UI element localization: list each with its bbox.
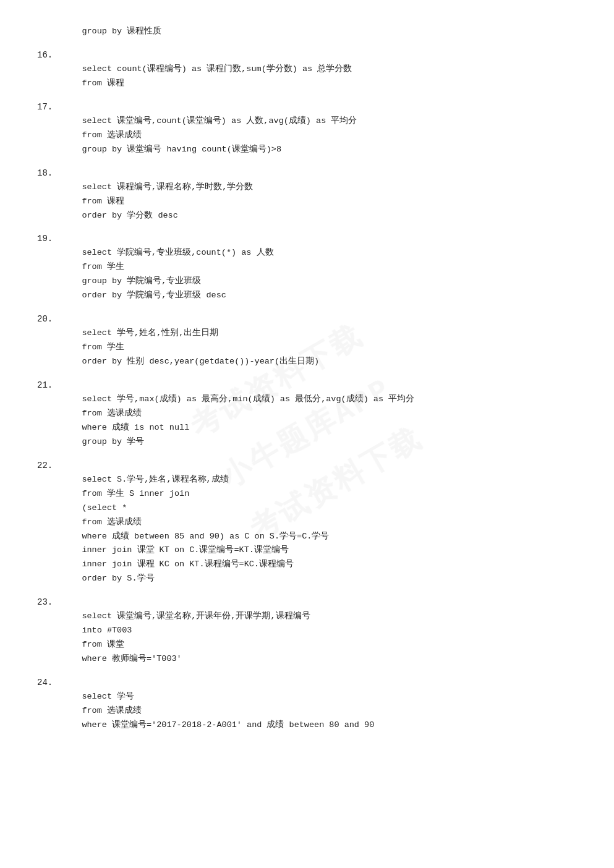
code-line: from 选课成绩	[62, 129, 577, 143]
code-line: order by 学分数 desc	[62, 209, 577, 223]
list-item: 23. select 课堂编号,课堂名称,开课年份,开课学期,课程编号 into…	[37, 597, 577, 666]
list-item: 24. select 学号 from 选课成绩 where 课堂编号='2017…	[37, 678, 577, 733]
item-number: 16.	[37, 50, 577, 60]
code-line: select 课堂编号,课堂名称,开课年份,开课学期,课程编号	[62, 610, 577, 624]
item-number: 20.	[37, 314, 577, 324]
code-line: from 学生	[62, 260, 577, 274]
code-line: order by 学院编号,专业班级 desc	[62, 289, 577, 303]
list-item: 17. select 课堂编号,count(课堂编号) as 人数,avg(成绩…	[37, 102, 577, 157]
code-line: where 成绩 between 85 and 90) as C on S.学号…	[62, 530, 577, 544]
code-line: inner join 课程 KC on KT.课程编号=KC.课程编号	[62, 558, 577, 572]
list-item: 20. select 学号,姓名,性别,出生日期 from 学生 order b…	[37, 314, 577, 369]
list-item: 18. select 课程编号,课程名称,学时数,学分数 from 课程 ord…	[37, 168, 577, 223]
code-line: group by 课程性质	[62, 25, 577, 39]
code-line: into #T003	[62, 624, 577, 638]
code-line: select 学号,max(成绩) as 最高分,min(成绩) as 最低分,…	[62, 393, 577, 407]
code-line: group by 课堂编号 having count(课堂编号)>8	[62, 143, 577, 157]
code-line: select 课堂编号,count(课堂编号) as 人数,avg(成绩) as…	[62, 114, 577, 129]
code-line: select 学院编号,专业班级,count(*) as 人数	[62, 246, 577, 260]
code-line: where 课堂编号='2017-2018-2-A001' and 成绩 bet…	[62, 718, 577, 733]
code-line: from 选课成绩	[62, 516, 577, 530]
code-block: select S.学号,姓名,课程名称,成绩 from 学生 S inner j…	[37, 473, 577, 587]
code-line: from 选课成绩	[62, 407, 577, 421]
main-content: group by 课程性质16. select count(课程编号) as 课…	[37, 25, 577, 733]
code-line: from 课程	[62, 77, 577, 91]
code-line: (select *	[62, 501, 577, 516]
code-line: select 学号	[62, 690, 577, 704]
list-item: 19. select 学院编号,专业班级,count(*) as 人数 from…	[37, 234, 577, 303]
code-line: select S.学号,姓名,课程名称,成绩	[62, 473, 577, 487]
code-block: select 学号,max(成绩) as 最高分,min(成绩) as 最低分,…	[37, 393, 577, 449]
code-line: select count(课程编号) as 课程门数,sum(学分数) as 总…	[62, 62, 577, 77]
item-number: 22.	[37, 461, 577, 470]
code-block: select 学号,姓名,性别,出生日期 from 学生 order by 性别…	[37, 326, 577, 369]
code-line: order by S.学号	[62, 572, 577, 586]
code-line: where 成绩 is not null	[62, 421, 577, 435]
code-line: group by 学院编号,专业班级	[62, 274, 577, 289]
item-number: 21.	[37, 380, 577, 390]
code-block: select 学号 from 选课成绩 where 课堂编号='2017-201…	[37, 690, 577, 733]
code-line: from 课堂	[62, 638, 577, 652]
list-item: 22. select S.学号,姓名,课程名称,成绩 from 学生 S inn…	[37, 461, 577, 587]
item-number: 24.	[37, 678, 577, 687]
list-item: 21. select 学号,max(成绩) as 最高分,min(成绩) as …	[37, 380, 577, 449]
code-block: select 学院编号,专业班级,count(*) as 人数 from 学生 …	[37, 246, 577, 303]
code-line: inner join 课堂 KT on C.课堂编号=KT.课堂编号	[62, 543, 577, 558]
code-line: where 教师编号='T003'	[62, 652, 577, 666]
item-number: 23.	[37, 597, 577, 607]
code-line: select 课程编号,课程名称,学时数,学分数	[62, 181, 577, 195]
code-line: group by 学号	[62, 435, 577, 449]
code-line: select 学号,姓名,性别,出生日期	[62, 326, 577, 341]
code-block: select 课程编号,课程名称,学时数,学分数 from 课程 order b…	[37, 181, 577, 223]
list-item: 16. select count(课程编号) as 课程门数,sum(学分数) …	[37, 50, 577, 91]
code-line: from 选课成绩	[62, 704, 577, 718]
code-block: group by 课程性质	[37, 25, 577, 39]
list-item: group by 课程性质	[37, 25, 577, 39]
code-line: from 课程	[62, 195, 577, 209]
code-line: from 学生	[62, 341, 577, 355]
item-number: 19.	[37, 234, 577, 244]
code-line: order by 性别 desc,year(getdate())-year(出生…	[62, 355, 577, 369]
item-number: 18.	[37, 168, 577, 178]
item-number: 17.	[37, 102, 577, 112]
code-block: select count(课程编号) as 课程门数,sum(学分数) as 总…	[37, 62, 577, 91]
code-block: select 课堂编号,课堂名称,开课年份,开课学期,课程编号 into #T0…	[37, 610, 577, 666]
code-line: from 学生 S inner join	[62, 487, 577, 501]
code-block: select 课堂编号,count(课堂编号) as 人数,avg(成绩) as…	[37, 114, 577, 157]
